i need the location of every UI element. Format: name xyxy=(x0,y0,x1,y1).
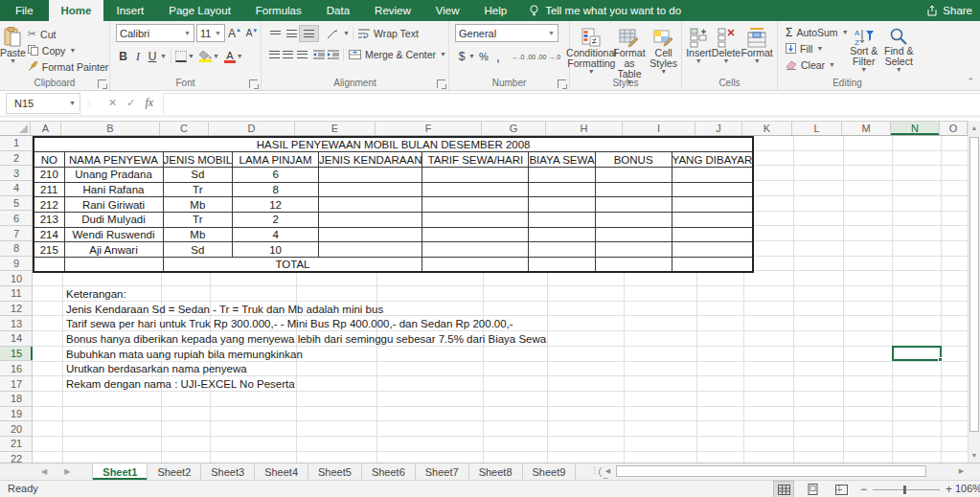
table-column-header[interactable]: LAMA PINJAM xyxy=(233,152,319,168)
ribbon-tab-insert[interactable]: Insert xyxy=(103,0,156,21)
table-empty-cell[interactable] xyxy=(595,258,672,273)
sheet-tab-sheet9[interactable]: Sheet9 xyxy=(523,463,577,480)
insert-cells-button[interactable]: Insert ▼ xyxy=(686,24,711,64)
table-data-cell[interactable]: 4 xyxy=(233,227,319,242)
table-empty-cell[interactable] xyxy=(672,258,753,273)
sheet-tab-sheet7[interactable]: Sheet7 xyxy=(416,463,469,480)
column-header-I[interactable]: I xyxy=(623,122,695,135)
decrease-decimal-button[interactable]: .00 →.0 xyxy=(536,54,561,60)
table-data-cell[interactable]: 211 xyxy=(34,182,64,197)
align-top-icon[interactable] xyxy=(267,31,284,36)
font-color-dropdown-arrow[interactable]: ▼ xyxy=(237,54,243,59)
table-data-cell[interactable]: 8 xyxy=(233,182,319,197)
scroll-down-button[interactable]: ▼ xyxy=(969,448,980,463)
ribbon-tab-data[interactable]: Data xyxy=(314,0,362,21)
tab-scrollbar-divider[interactable]: ⋮ xyxy=(590,465,599,475)
format-as-table-button[interactable]: Format as Table ▼ xyxy=(611,24,648,85)
table-data-cell[interactable]: 212 xyxy=(34,197,64,213)
row-header-5[interactable]: 5 xyxy=(0,196,33,212)
table-data-cell[interactable]: Mb xyxy=(163,197,233,213)
zoom-slider[interactable] xyxy=(873,489,940,490)
sheet-tab-sheet2[interactable]: Sheet2 xyxy=(148,463,201,480)
table-data-cell[interactable]: 214 xyxy=(34,227,64,242)
row-header-7[interactable]: 7 xyxy=(0,226,33,241)
font-dialog-launcher[interactable] xyxy=(249,79,258,88)
ribbon-tab-help[interactable]: Help xyxy=(472,0,520,21)
note-cell-row-12[interactable]: Jenis Kendaraan Sd = Sedan - Tr = Truk d… xyxy=(66,302,383,317)
tell-me-box[interactable]: Tell me what you want to do xyxy=(519,0,681,21)
wrap-text-button[interactable]: Wrap Text xyxy=(356,26,421,42)
alignment-dialog-launcher[interactable] xyxy=(437,79,445,88)
row-header-1[interactable]: 1 xyxy=(0,136,33,151)
row-header-8[interactable]: 8 xyxy=(0,241,33,257)
copy-dropdown-arrow[interactable]: ▼ xyxy=(69,48,76,54)
table-empty-cell[interactable] xyxy=(672,227,753,242)
font-family-select[interactable]: Calibri▼ xyxy=(116,24,194,42)
table-column-header[interactable]: TARIF SEWA/HARI xyxy=(422,152,529,168)
table-data-cell[interactable]: Sd xyxy=(163,167,233,182)
column-header-M[interactable]: M xyxy=(842,122,891,135)
sheet-tab-sheet6[interactable]: Sheet6 xyxy=(362,463,416,480)
font-color-button[interactable]: A xyxy=(224,51,236,63)
row-header-9[interactable]: 9 xyxy=(0,257,33,272)
paste-button[interactable]: Paste ▼ xyxy=(0,24,26,75)
table-data-cell[interactable]: 215 xyxy=(34,242,64,258)
share-button[interactable]: Share xyxy=(926,0,972,21)
column-header-K[interactable]: K xyxy=(742,122,792,135)
note-cell-row-14[interactable]: Bonus hanya diberikan kepada yang menyew… xyxy=(66,331,546,347)
table-empty-cell[interactable] xyxy=(319,197,422,213)
underline-dropdown-arrow[interactable]: ▼ xyxy=(160,54,167,59)
fill-button[interactable]: Fill ▼ xyxy=(784,40,847,56)
column-header-G[interactable]: G xyxy=(482,122,546,135)
align-left-icon[interactable] xyxy=(267,51,282,58)
table-empty-cell[interactable] xyxy=(422,197,529,213)
fill-color-dropdown-arrow[interactable]: ▼ xyxy=(213,54,219,59)
ribbon-tab-view[interactable]: View xyxy=(423,0,472,21)
percent-button[interactable]: % xyxy=(475,51,492,62)
collapse-ribbon-button[interactable]: ⌃ xyxy=(967,77,974,86)
table-empty-cell[interactable] xyxy=(672,197,753,213)
table-data-cell[interactable]: Sd xyxy=(163,242,233,258)
sheet-tab-sheet8[interactable]: Sheet8 xyxy=(469,463,523,480)
table-empty-cell[interactable] xyxy=(422,242,529,258)
table-data-cell[interactable]: Mb xyxy=(163,227,233,242)
row-header-20[interactable]: 20 xyxy=(0,421,33,437)
table-empty-cell[interactable] xyxy=(422,182,529,197)
borders-dropdown-arrow[interactable]: ▼ xyxy=(188,54,194,59)
sheet-tab-sheet1[interactable]: Sheet1 xyxy=(92,463,148,480)
ribbon-tab-review[interactable]: Review xyxy=(362,0,423,21)
sheet-tab-sheet3[interactable]: Sheet3 xyxy=(201,463,255,480)
table-empty-cell[interactable] xyxy=(595,242,672,258)
borders-button[interactable] xyxy=(175,51,187,62)
table-column-header[interactable]: NAMA PENYEWA xyxy=(64,152,163,168)
column-header-H[interactable]: H xyxy=(546,122,623,135)
note-cell-row-15[interactable]: Bubuhkan mata uang rupiah bila memungkin… xyxy=(66,347,303,362)
note-cell-row-13[interactable]: Tarif sewa per hari untuk Truk Rp 300.00… xyxy=(66,316,513,331)
row-header-15[interactable]: 15 xyxy=(0,347,33,362)
table-empty-cell[interactable] xyxy=(529,258,595,273)
table-empty-cell[interactable] xyxy=(319,182,422,197)
orientation-dropdown-arrow[interactable]: ▼ xyxy=(343,31,350,36)
autosum-button[interactable]: Σ AutoSum ▼ xyxy=(784,24,847,40)
column-header-O[interactable]: O xyxy=(940,122,968,135)
row-header-3[interactable]: 3 xyxy=(0,166,33,181)
row-header-14[interactable]: 14 xyxy=(0,331,33,347)
number-dialog-launcher[interactable] xyxy=(558,79,566,88)
table-empty-cell[interactable] xyxy=(595,212,672,227)
currency-dropdown-arrow[interactable]: ▼ xyxy=(468,54,475,59)
zoom-in-button[interactable]: + xyxy=(946,485,952,494)
table-empty-cell[interactable] xyxy=(672,182,753,197)
table-data-cell[interactable]: 2 xyxy=(233,212,319,227)
zoom-slider-thumb[interactable] xyxy=(903,486,906,494)
table-data-cell[interactable]: Wendi Ruswendi xyxy=(64,227,163,242)
table-data-cell[interactable]: Unang Pradana xyxy=(64,167,163,182)
orientation-button[interactable] xyxy=(322,29,343,39)
table-data-cell[interactable]: 213 xyxy=(34,212,64,227)
italic-button[interactable]: I xyxy=(131,50,145,64)
worksheet-grid[interactable]: 12345678910111213141516171819202122 HASI… xyxy=(0,136,968,463)
table-empty-cell[interactable] xyxy=(529,212,595,227)
note-cell-row-17[interactable]: Rekam dengan nama : UJI-EXCEL No Peserta xyxy=(66,376,295,392)
grow-font-button[interactable]: A▲ xyxy=(227,27,242,40)
row-header-13[interactable]: 13 xyxy=(0,316,33,331)
align-right-icon[interactable] xyxy=(295,51,309,58)
